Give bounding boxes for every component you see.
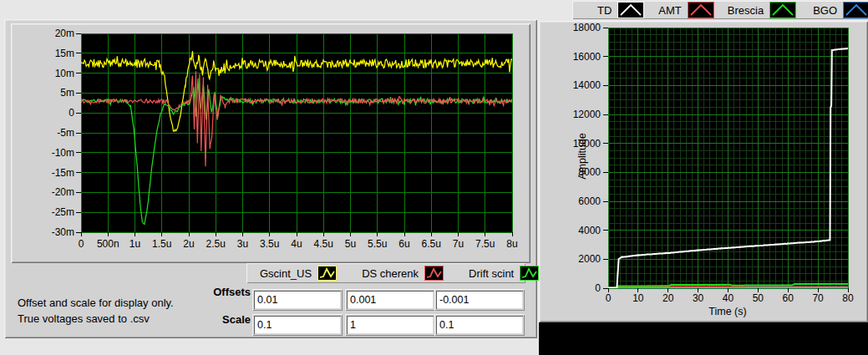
scale-field-2-wrap — [345, 314, 435, 336]
plot-line-icon[interactable] — [424, 266, 444, 281]
offset-field-1-wrap — [252, 289, 343, 311]
legend-label: Gscint_US — [260, 267, 312, 280]
y-tick-label: 0 — [24, 107, 74, 119]
amplitude-axis-title: Amplitude — [576, 106, 588, 206]
legend-item-drift-scint[interactable]: Drift scint — [469, 263, 539, 283]
y-tick-label: 12000 — [551, 109, 601, 120]
y-tick-label: 10m — [24, 68, 74, 79]
scale-field-3-wrap — [434, 314, 525, 336]
scale-field-1-wrap — [252, 314, 343, 336]
legend-label: BGO — [813, 4, 837, 17]
y-tick-label: 5m — [24, 87, 74, 99]
y-tick-label: -5m — [24, 127, 74, 139]
legend-label: TD — [597, 4, 612, 17]
scale-input-1[interactable] — [254, 316, 341, 334]
offset-input-2[interactable] — [347, 291, 434, 309]
y-tick-label: -20m — [24, 186, 74, 198]
y-tick-label: 10000 — [551, 138, 601, 150]
plot-line-icon[interactable] — [688, 2, 714, 18]
x-tick-label: 30 — [683, 292, 713, 304]
x-tick-label: 8u — [495, 238, 529, 250]
y-tick-label: 2000 — [551, 253, 601, 265]
y-tick-label: -30m — [24, 226, 74, 238]
y-tick-label: 16000 — [551, 51, 601, 63]
plot-line-icon[interactable] — [617, 2, 644, 18]
x-tick-label: 40 — [713, 292, 744, 304]
y-tick-label: 20m — [24, 28, 74, 39]
plot-line-icon[interactable] — [317, 266, 337, 281]
legend-label: Drift scint — [469, 267, 514, 280]
bottom-black-region — [539, 322, 868, 355]
left-scope-panel: 20m15m10m5m0-5m-10m-15m-20m-25m-30m 0500… — [4, 19, 537, 338]
y-tick-label: -25m — [24, 206, 74, 218]
plot-line-icon[interactable] — [843, 2, 868, 18]
offset-scale-note: Offset and scale for display only. True … — [18, 296, 235, 327]
y-tick-label: -10m — [24, 147, 74, 159]
waveform-graph-frame: 20m15m10m5m0-5m-10m-15m-20m-25m-30m 0500… — [11, 23, 530, 263]
y-tick-label: 4000 — [551, 225, 601, 236]
y-tick-label: 14000 — [551, 79, 601, 91]
legend-item-amt[interactable]: AMT — [658, 1, 713, 19]
x-tick-label: 80 — [833, 292, 863, 304]
x-tick-label: 70 — [803, 292, 833, 304]
x-tick-label: 10 — [623, 292, 653, 304]
amplitude-chart-plot — [603, 28, 850, 295]
plot-line-icon[interactable] — [520, 266, 539, 281]
legend-item-brescia[interactable]: Brescia — [728, 1, 796, 19]
legend-item-bgo[interactable]: BGO — [813, 1, 868, 19]
y-tick-label: 8000 — [551, 166, 601, 178]
plot-line-icon[interactable] — [769, 2, 796, 18]
offset-input-1[interactable] — [254, 291, 341, 309]
waveform-graph-plot — [76, 33, 514, 239]
legend-label: DS cherenk — [362, 267, 419, 280]
scale-input-2[interactable] — [347, 316, 434, 334]
note-line-1: Offset and scale for display only. — [18, 296, 235, 312]
legend-label: AMT — [658, 4, 681, 17]
y-tick-label: 18000 — [551, 22, 601, 33]
trace-bgo — [608, 287, 848, 288]
legend-item-gscint-us[interactable]: Gscint_US — [260, 263, 337, 283]
scale-input-3[interactable] — [436, 316, 523, 334]
offset-input-3[interactable] — [436, 291, 523, 309]
y-tick-label: -15m — [24, 167, 74, 179]
legend-item-ds-cherenk[interactable]: DS cherenk — [362, 263, 444, 283]
offset-field-2-wrap — [345, 289, 435, 311]
amplitude-chart-panel: 1800016000140001200010000800060004000200… — [539, 21, 868, 322]
note-line-2: True voltages saved to .csv — [18, 312, 235, 327]
amplitude-chart-legend: TDAMTBresciaBGO — [572, 1, 868, 19]
x-tick-label: 50 — [743, 292, 773, 304]
x-tick-label: 60 — [773, 292, 803, 304]
legend-label: Brescia — [728, 4, 764, 17]
x-tick-label: 0 — [593, 292, 623, 304]
y-tick-label: 15m — [24, 48, 74, 59]
x-tick-label: 20 — [653, 292, 683, 304]
waveform-plot-legend: Gscint_USDS cherenkDrift scint — [246, 263, 525, 283]
legend-item-td[interactable]: TD — [597, 1, 644, 19]
time-axis-title: Time (s) — [678, 306, 778, 317]
y-tick-label: 6000 — [551, 195, 601, 207]
offset-field-3-wrap — [434, 289, 525, 311]
